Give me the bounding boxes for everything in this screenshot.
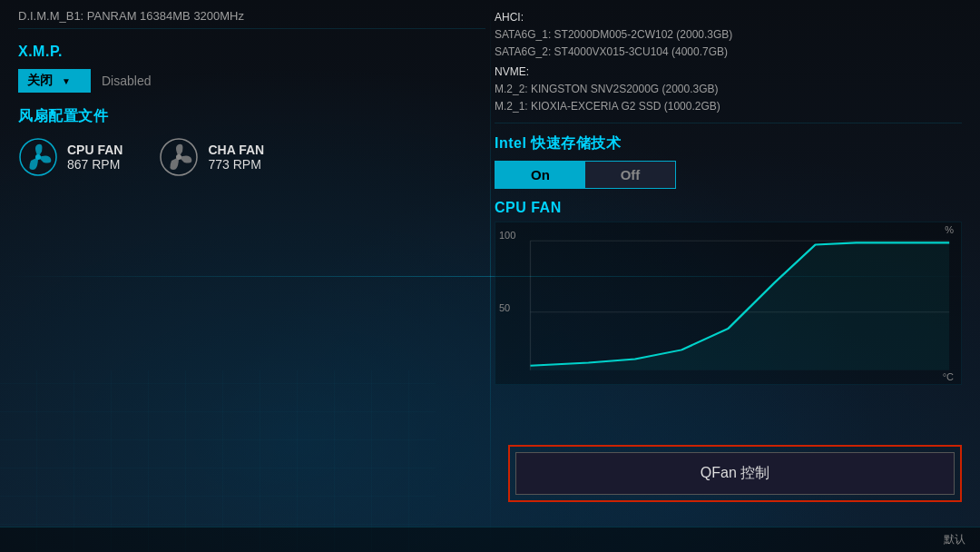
intel-rst-label: Intel 快速存储技术 (495, 134, 962, 153)
cpu-fan-rpm: 867 RPM (67, 157, 122, 172)
cha-fan-name: CHA FAN (208, 143, 264, 157)
sata6g-1: SATA6G_1: ST2000DM005-2CW102 (2000.3GB) (495, 26, 962, 44)
cha-fan-info: CHA FAN 773 RPM (208, 143, 264, 172)
ahci-label: AHCI: (495, 9, 962, 26)
on-off-toggle: On Off (495, 161, 676, 189)
cpu-fan-info: CPU FAN 867 RPM (67, 143, 122, 172)
svg-marker-7 (530, 243, 949, 370)
xmp-disabled-text: Disabled (102, 74, 151, 88)
dimm-info: D.I.M.M_B1: PANRAM 16384MB 3200MHz (18, 9, 485, 29)
cpu-fan-chart-section: CPU FAN 100 50 % °C (495, 200, 962, 543)
cpu-fan-icon (18, 137, 58, 177)
on-button[interactable]: On (495, 162, 585, 188)
cpu-fan-item: CPU FAN 867 RPM (18, 137, 122, 177)
xmp-control: 关闭 Disabled (18, 69, 485, 93)
fan-items: CPU FAN 867 RPM CHA FAN 773 (18, 137, 485, 177)
m2-1: M.2_1: KIOXIA-EXCERIA G2 SSD (1000.2GB) (495, 98, 962, 115)
intel-rst-section: Intel 快速存储技术 On Off (495, 134, 962, 189)
cpu-fan-name: CPU FAN (67, 143, 122, 157)
cha-fan-icon (159, 137, 199, 177)
xmp-section-label: X.M.P. (18, 44, 485, 60)
storage-info: AHCI: SATA6G_1: ST2000DM005-2CW102 (2000… (495, 9, 962, 123)
sata6g-2: SATA6G_2: ST4000VX015-3CU104 (4000.7GB) (495, 44, 962, 61)
xmp-dropdown[interactable]: 关闭 (18, 69, 91, 93)
off-button[interactable]: Off (585, 162, 675, 188)
cpu-fan-chart: 100 50 % °C (495, 222, 962, 385)
cpu-fan-chart-label: CPU FAN (495, 200, 962, 216)
fan-section: 风扇配置文件 CPU FAN (18, 107, 485, 177)
xmp-section: X.M.P. 关闭 Disabled (18, 44, 485, 93)
cha-fan-item: CHA FAN 773 RPM (159, 137, 264, 177)
nvme-label: NVME: (495, 64, 962, 81)
m2-2: M.2_2: KINGSTON SNV2S2000G (2000.3GB) (495, 81, 962, 98)
cha-fan-rpm: 773 RPM (208, 157, 264, 172)
dimm-label: D.I.M.M_B1: PANRAM 16384MB 3200MHz (18, 9, 244, 23)
fan-section-label: 风扇配置文件 (18, 107, 485, 126)
